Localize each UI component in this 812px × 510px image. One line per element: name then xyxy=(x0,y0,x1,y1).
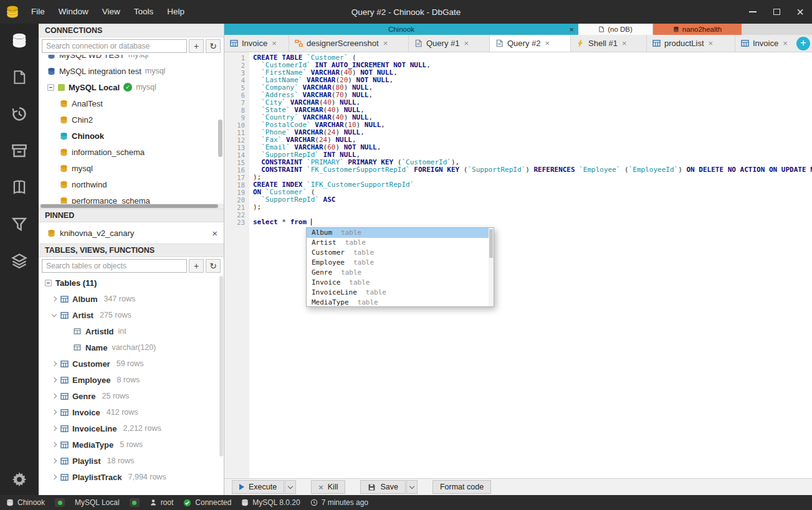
rail-favorites-book-button[interactable] xyxy=(10,178,29,197)
play-icon xyxy=(239,484,244,490)
chevron-right-icon[interactable] xyxy=(52,377,57,382)
chevron-right-icon[interactable] xyxy=(52,361,57,366)
autocomplete-item-invoice[interactable]: Invoicetable xyxy=(307,278,494,288)
close-tab-button[interactable]: × xyxy=(272,39,277,48)
refresh-tables-button[interactable]: ↻ xyxy=(206,259,221,273)
close-tab-button[interactable]: × xyxy=(383,39,388,48)
table-row-employee[interactable]: Employee8 rows xyxy=(39,372,224,388)
autocomplete-item-invoiceline[interactable]: InvoiceLinetable xyxy=(307,288,494,298)
maximize-button[interactable] xyxy=(765,0,788,24)
close-db-tab-button[interactable]: × xyxy=(569,25,574,34)
pinned-item-knihovna_v2_canary[interactable]: knihovna_v2_canary× xyxy=(39,222,224,243)
connection-item-mysql-integration-test[interactable]: MySQL integration testmysql xyxy=(39,63,224,79)
tables-scrollbar[interactable] xyxy=(219,276,223,456)
menu-view[interactable]: View xyxy=(95,0,127,24)
connection-item-analtest[interactable]: AnalTest xyxy=(39,95,224,111)
connection-item-chinook[interactable]: Chinook xyxy=(39,128,224,144)
close-tab-button[interactable]: × xyxy=(464,39,469,48)
connection-item-information-schema[interactable]: information_schema xyxy=(39,144,224,160)
menu-window[interactable]: Window xyxy=(52,0,95,24)
rail-connections-button[interactable] xyxy=(10,31,29,50)
save-button[interactable]: Save xyxy=(360,480,406,494)
menu-file[interactable]: File xyxy=(24,0,52,24)
tab-query-2[interactable]: Query #2× xyxy=(490,35,571,52)
column-row-name[interactable]: Namevarchar(120) xyxy=(39,339,224,356)
refresh-connections-button[interactable]: ↻ xyxy=(206,39,221,53)
connection-item-mysql[interactable]: mysql xyxy=(39,160,224,176)
status-connected: Connected xyxy=(183,498,231,507)
tab-productlist[interactable]: productList× xyxy=(647,35,735,52)
format-code-button[interactable]: Format code xyxy=(432,480,491,494)
connections-search-input[interactable] xyxy=(42,39,187,53)
table-row-invoiceline[interactable]: InvoiceLine2,212 rows xyxy=(39,420,224,437)
table-row-artist[interactable]: Artist275 rows xyxy=(39,307,224,323)
rail-plugins-layers-button[interactable] xyxy=(10,252,29,270)
status-database: Chinook xyxy=(6,498,45,507)
connection-item-northwind[interactable]: northwind xyxy=(39,176,224,192)
add-connection-button[interactable]: + xyxy=(189,39,204,53)
tab-invoice[interactable]: Invoice× xyxy=(224,35,289,52)
rail-settings-button[interactable] xyxy=(10,470,29,489)
rail-files-button[interactable] xyxy=(10,68,29,87)
table-icon xyxy=(60,295,69,303)
table-row-playlisttrack[interactable]: PlaylistTrack7,994 rows xyxy=(39,469,224,485)
connection-item-mysql-wd-test[interactable]: MySQL WD TESTmysql xyxy=(39,55,224,63)
close-tab-button[interactable]: × xyxy=(545,39,550,48)
table-icon xyxy=(60,473,69,481)
db-tab--no-db-[interactable]: (no DB) xyxy=(578,24,653,35)
db-tab-chinook[interactable]: Chinook× xyxy=(224,24,578,35)
menu-help[interactable]: Help xyxy=(160,0,191,24)
connection-label: MySQL Local xyxy=(69,83,120,92)
chevron-right-icon[interactable] xyxy=(52,475,57,479)
tab-shell-1[interactable]: Shell #1× xyxy=(571,35,647,52)
close-button[interactable]: × xyxy=(788,0,812,24)
rail-history-button[interactable] xyxy=(10,105,29,123)
chevron-right-icon[interactable] xyxy=(52,458,57,463)
chevron-down-icon[interactable] xyxy=(52,311,57,316)
table-row-customer[interactable]: Customer59 rows xyxy=(39,356,224,372)
chevron-right-icon[interactable] xyxy=(52,426,57,431)
table-row-genre[interactable]: Genre25 rows xyxy=(39,388,224,404)
autocomplete-item-customer[interactable]: Customertable xyxy=(307,248,494,258)
menu-tools[interactable]: Tools xyxy=(127,0,161,24)
kill-button[interactable]: × Kill xyxy=(311,480,345,494)
autocomplete-item-album[interactable]: Albumtable xyxy=(307,228,494,238)
tables-group-row[interactable]: Tables (11) xyxy=(39,275,224,291)
chevron-right-icon[interactable] xyxy=(52,296,57,301)
table-row-mediatype[interactable]: MediaType5 rows xyxy=(39,437,224,453)
unpin-button[interactable]: × xyxy=(212,228,217,238)
tables-search-input[interactable] xyxy=(42,259,187,273)
autocomplete-item-genre[interactable]: Genretable xyxy=(307,268,494,278)
minimize-button[interactable] xyxy=(741,0,765,24)
chevron-right-icon[interactable] xyxy=(52,394,57,399)
table-row-playlist[interactable]: Playlist18 rows xyxy=(39,453,224,469)
connection-item-mysql-local[interactable]: MySQL Local✓mysql xyxy=(39,79,224,95)
table-row-album[interactable]: Album347 rows xyxy=(39,291,224,307)
status-connection: MySQL Local xyxy=(75,498,120,507)
autocomplete-item-mediatype[interactable]: MediaTypetable xyxy=(307,298,494,307)
autocomplete-item-artist[interactable]: Artisttable xyxy=(307,238,494,248)
table-row-invoice[interactable]: Invoice412 rows xyxy=(39,404,224,420)
connections-hscrollbar[interactable] xyxy=(39,204,224,209)
save-dropdown-button[interactable] xyxy=(406,480,418,494)
rail-archive-button[interactable] xyxy=(10,141,29,160)
chevron-right-icon[interactable] xyxy=(52,442,57,447)
close-tab-button[interactable]: × xyxy=(709,39,714,48)
execute-dropdown-button[interactable] xyxy=(285,480,296,494)
column-row-artistid[interactable]: ArtistIdint xyxy=(39,323,224,339)
chevron-right-icon[interactable] xyxy=(52,410,57,415)
connections-scrollbar[interactable] xyxy=(218,120,222,157)
connection-item-chin2[interactable]: Chin2 xyxy=(39,111,224,128)
new-tab-button[interactable]: + xyxy=(796,37,810,50)
execute-button[interactable]: Execute xyxy=(232,480,284,494)
tab-query-1[interactable]: Query #1× xyxy=(409,35,490,52)
close-tab-button[interactable]: × xyxy=(622,39,627,48)
autocomplete-scrollbar[interactable] xyxy=(489,228,494,306)
sql-editor[interactable]: 1234567891011121314151617181920212223 CR… xyxy=(224,52,812,478)
close-tab-button[interactable]: × xyxy=(783,39,788,48)
add-table-button[interactable]: + xyxy=(189,259,204,273)
rail-filter-funnel-button[interactable] xyxy=(10,215,29,234)
autocomplete-item-employee[interactable]: Employeetable xyxy=(307,258,494,268)
tab-designerscreenshot[interactable]: designerScreenshot× xyxy=(289,35,409,52)
db-tab-nano2health[interactable]: nano2health xyxy=(653,24,742,35)
